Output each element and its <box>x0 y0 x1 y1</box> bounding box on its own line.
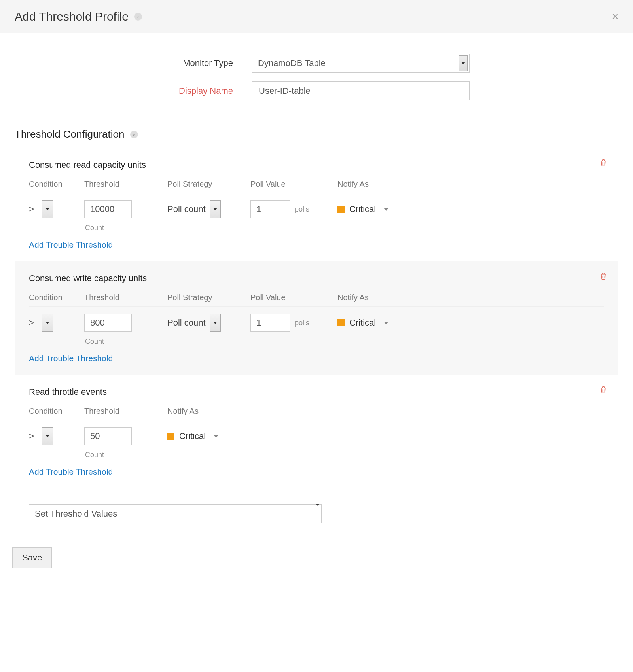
polls-label: polls <box>295 205 309 214</box>
condition-select[interactable] <box>42 427 53 445</box>
chevron-down-icon[interactable] <box>384 322 389 324</box>
chevron-down-icon[interactable] <box>384 208 389 211</box>
table-row: > Poll count polls <box>29 307 604 334</box>
condition-cell: > <box>29 200 84 218</box>
poll-value-input[interactable] <box>250 314 290 332</box>
monitor-type-label: Monitor Type <box>15 58 252 68</box>
threshold-unit: Count <box>84 337 167 346</box>
add-trouble-threshold-link[interactable]: Add Trouble Threshold <box>29 354 604 363</box>
col-notify-as: Notify As <box>337 180 425 189</box>
dialog-footer: Save <box>0 539 633 576</box>
threshold-input[interactable] <box>84 314 132 332</box>
severity-swatch <box>337 319 345 326</box>
table-header: Condition Threshold Notify As <box>29 403 604 420</box>
notify-value: Critical <box>349 204 376 214</box>
add-trouble-threshold-link[interactable]: Add Trouble Threshold <box>29 240 604 250</box>
threshold-block-read-throttle: Read throttle events Condition Threshold… <box>15 375 618 488</box>
col-condition: Condition <box>29 180 84 189</box>
threshold-block-write-capacity: Consumed write capacity units Condition … <box>15 261 618 375</box>
col-threshold: Threshold <box>84 180 167 189</box>
monitor-type-value: DynamoDB Table <box>258 58 326 68</box>
dialog-header: Add Threshold Profile i × <box>0 0 633 33</box>
col-condition: Condition <box>29 293 84 302</box>
display-name-label: Display Name <box>15 86 252 96</box>
threshold-profile-dialog: Add Threshold Profile i × Monitor Type D… <box>0 0 633 576</box>
col-poll-strategy: Poll Strategy <box>167 180 250 189</box>
threshold-field[interactable] <box>89 317 127 328</box>
col-threshold: Threshold <box>84 293 167 302</box>
threshold-field[interactable] <box>89 431 127 442</box>
poll-value-input[interactable] <box>250 200 290 218</box>
severity-swatch <box>167 433 174 440</box>
dialog-body: Monitor Type DynamoDB Table Display Name… <box>0 33 633 539</box>
chevron-down-icon <box>459 55 468 71</box>
delete-icon[interactable] <box>599 158 607 168</box>
condition-value: > <box>29 431 34 441</box>
condition-cell: > <box>29 314 84 332</box>
condition-cell: > <box>29 427 84 445</box>
add-trouble-threshold-link[interactable]: Add Trouble Threshold <box>29 467 604 477</box>
delete-icon[interactable] <box>599 385 607 396</box>
col-poll-strategy: Poll Strategy <box>167 293 250 302</box>
col-poll-value: Poll Value <box>250 180 337 189</box>
col-notify-as: Notify As <box>337 293 425 302</box>
threshold-block-read-capacity: Consumed read capacity units Condition T… <box>15 148 618 261</box>
delete-icon[interactable] <box>599 272 607 282</box>
threshold-unit: Count <box>84 224 167 232</box>
poll-strategy-value: Poll count <box>167 204 206 214</box>
poll-value-field[interactable] <box>256 204 285 215</box>
threshold-unit: Count <box>84 451 167 459</box>
condition-value: > <box>29 318 34 328</box>
poll-strategy-cell: Poll count <box>167 314 250 332</box>
condition-value: > <box>29 204 34 214</box>
section-header: Threshold Configuration i <box>15 128 618 148</box>
polls-label: polls <box>295 319 309 327</box>
notify-cell[interactable]: Critical <box>167 431 254 441</box>
monitor-type-select[interactable]: DynamoDB Table <box>252 54 470 73</box>
poll-strategy-select[interactable] <box>210 200 221 218</box>
dialog-title: Add Threshold Profile <box>15 10 129 23</box>
severity-swatch <box>337 206 345 213</box>
poll-strategy-cell: Poll count <box>167 200 250 218</box>
info-icon[interactable]: i <box>134 13 142 21</box>
poll-strategy-select[interactable] <box>210 314 221 332</box>
block-title: Consumed read capacity units <box>29 160 604 170</box>
set-threshold-values-label: Set Threshold Values <box>35 509 117 519</box>
table-row: > Poll count polls <box>29 193 604 221</box>
notify-value: Critical <box>179 431 206 441</box>
block-title: Consumed write capacity units <box>29 273 604 284</box>
poll-value-field[interactable] <box>256 317 285 328</box>
condition-select[interactable] <box>42 200 53 218</box>
col-poll-value: Poll Value <box>250 293 337 302</box>
display-name-input[interactable] <box>252 81 470 100</box>
set-threshold-values-select[interactable]: Set Threshold Values <box>29 504 322 523</box>
col-condition: Condition <box>29 407 84 416</box>
threshold-input[interactable] <box>84 200 132 218</box>
threshold-input[interactable] <box>84 427 132 445</box>
monitor-type-row: Monitor Type DynamoDB Table <box>15 54 618 73</box>
chevron-down-icon[interactable] <box>214 435 218 438</box>
threshold-field[interactable] <box>89 204 127 215</box>
poll-strategy-value: Poll count <box>167 318 206 328</box>
close-icon[interactable]: × <box>612 10 618 23</box>
col-notify-as: Notify As <box>167 407 239 416</box>
table-header: Condition Threshold Poll Strategy Poll V… <box>29 176 604 193</box>
notify-cell[interactable]: Critical <box>337 204 425 214</box>
col-threshold: Threshold <box>84 407 167 416</box>
block-title: Read throttle events <box>29 387 604 397</box>
save-button[interactable]: Save <box>12 547 52 568</box>
display-name-field[interactable] <box>258 85 464 97</box>
condition-select[interactable] <box>42 314 53 332</box>
info-icon[interactable]: i <box>130 131 138 138</box>
table-header: Condition Threshold Poll Strategy Poll V… <box>29 289 604 307</box>
notify-cell[interactable]: Critical <box>337 318 425 328</box>
notify-value: Critical <box>349 318 376 328</box>
display-name-row: Display Name <box>15 81 618 100</box>
table-row: > Critical <box>29 420 604 448</box>
chevron-down-icon <box>316 506 320 522</box>
section-title: Threshold Configuration <box>15 128 125 140</box>
